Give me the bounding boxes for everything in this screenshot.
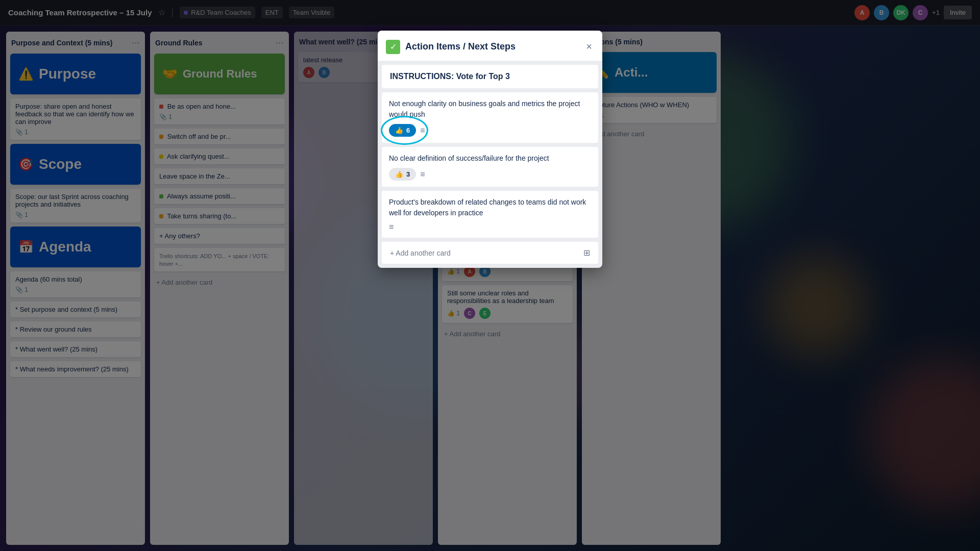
modal-check-icon: ✓ — [386, 40, 400, 54]
vote-ring-wrapper: 👍 6 — [389, 124, 416, 137]
modal-card-3-footer: ≡ — [389, 222, 591, 232]
thumbs-up-icon-2: 👍 — [395, 170, 403, 178]
modal-card-2[interactable]: No clear definition of success/failure f… — [382, 147, 598, 187]
modal-header: ✓ Action Items / Next Steps × — [378, 31, 602, 61]
card-menu-icon-1[interactable]: ≡ — [420, 126, 425, 135]
thumbs-up-icon-1: 👍 — [395, 127, 403, 134]
add-card-label: + Add another card — [390, 249, 451, 257]
modal-add-card[interactable]: + Add another card ⊞ — [382, 242, 598, 264]
modal-card-1[interactable]: Not enough clarity on business goals and… — [382, 92, 598, 143]
modal: ✓ Action Items / Next Steps × INSTRUCTIO… — [378, 31, 602, 268]
modal-card-2-footer: 👍 3 ≡ — [389, 168, 591, 181]
modal-close-button[interactable]: × — [584, 39, 594, 55]
modal-overlay[interactable]: ✓ Action Items / Next Steps × INSTRUCTIO… — [0, 0, 980, 551]
card-menu-icon-2[interactable]: ≡ — [420, 170, 425, 179]
vote-button-1[interactable]: 👍 6 — [389, 124, 416, 137]
card-menu-icon-3[interactable]: ≡ — [389, 222, 394, 232]
vote-count-2: 3 — [406, 170, 410, 178]
copy-card-icon: ⊞ — [583, 248, 590, 258]
modal-card-2-text: No clear definition of success/failure f… — [389, 153, 591, 164]
modal-card-1-text: Not enough clarity on business goals and… — [389, 98, 591, 120]
modal-instructions: INSTRUCTIONS: Vote for Top 3 — [382, 65, 598, 88]
modal-body: INSTRUCTIONS: Vote for Top 3 Not enough … — [378, 61, 602, 268]
modal-card-1-footer: 👍 6 ≡ — [389, 124, 591, 137]
modal-card-3[interactable]: Product's breakdown of related changes t… — [382, 191, 598, 238]
vote-button-2[interactable]: 👍 3 — [389, 168, 416, 181]
modal-title: Action Items / Next Steps — [405, 41, 516, 52]
vote-count-1: 6 — [406, 127, 410, 134]
modal-card-3-text: Product's breakdown of related changes t… — [389, 197, 591, 218]
